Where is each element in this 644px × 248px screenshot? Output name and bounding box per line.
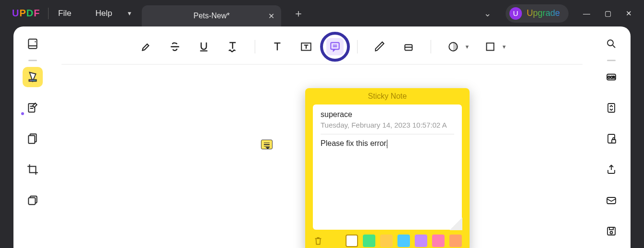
app-logo: UPDF	[0, 8, 38, 19]
sticky-note-tool[interactable]	[326, 38, 344, 55]
shape-tool[interactable]	[482, 38, 499, 55]
toolbar-divider	[607, 60, 616, 61]
pencil-tool[interactable]	[371, 38, 388, 55]
email-icon[interactable]	[601, 190, 621, 210]
form-tool[interactable]	[23, 190, 43, 210]
divider	[321, 134, 454, 134]
overflow-chevron-icon[interactable]: ⌄	[484, 8, 491, 19]
color-swatch-pink[interactable]	[432, 235, 445, 247]
textbox-tool[interactable]	[297, 38, 315, 55]
strikethrough-tool[interactable]	[166, 38, 184, 55]
color-swatch-orange[interactable]	[449, 235, 462, 247]
highlight-tool[interactable]	[137, 38, 155, 55]
text-comment-tool[interactable]	[269, 38, 286, 55]
sticky-note-popup: Sticky Note superace Tuesday, February 1…	[305, 88, 470, 248]
sticky-note-marker[interactable]	[261, 140, 272, 149]
menu-file[interactable]: File	[58, 9, 71, 18]
svg-rect-12	[612, 140, 616, 143]
stamp-tool[interactable]	[445, 38, 462, 55]
window-minimize-icon[interactable]: —	[583, 9, 590, 18]
search-icon[interactable]	[601, 34, 621, 54]
divider	[48, 8, 49, 19]
svg-rect-13	[607, 197, 616, 204]
document-tab[interactable]: Pets-New* ✕	[142, 5, 281, 26]
color-swatch-purple[interactable]	[415, 235, 427, 247]
squiggly-tool[interactable]	[224, 38, 241, 55]
user-avatar: U	[509, 7, 522, 20]
color-swatch-green[interactable]	[363, 235, 375, 247]
eraser-tool[interactable]	[400, 38, 417, 55]
stamp-dropdown-icon[interactable]: ▼	[465, 44, 470, 50]
convert-icon[interactable]	[601, 98, 621, 118]
ocr-icon[interactable]: OCR	[601, 67, 621, 87]
sticky-content[interactable]: Please fix this error.	[321, 139, 454, 148]
save-icon[interactable]	[601, 221, 621, 241]
text-caret	[387, 140, 387, 148]
sticky-author: superace	[321, 110, 454, 119]
page-curl-icon	[450, 218, 462, 230]
svg-rect-21	[486, 43, 494, 50]
sticky-title: Sticky Note	[305, 88, 470, 104]
window-maximize-icon[interactable]: ▢	[605, 9, 611, 18]
upgrade-label: Upgrade	[527, 8, 560, 18]
edit-tool[interactable]	[23, 98, 43, 118]
toolbar-separator	[255, 40, 255, 53]
tabs-dropdown-icon[interactable]: ▼	[126, 10, 132, 17]
color-swatch-blue[interactable]	[397, 235, 410, 247]
toolbar-separator	[357, 40, 358, 53]
toolbar-separator	[431, 40, 431, 53]
svg-rect-1	[29, 79, 36, 81]
svg-rect-15	[609, 227, 613, 230]
tab-title: Pets-New*	[193, 12, 230, 20]
protect-icon[interactable]	[601, 129, 621, 149]
svg-rect-4	[28, 136, 35, 144]
color-swatch-yellow[interactable]	[380, 235, 393, 247]
share-icon[interactable]	[601, 159, 621, 180]
svg-text:OCR: OCR	[607, 76, 615, 79]
new-tab-button[interactable]: ＋	[293, 6, 304, 21]
svg-point-16	[610, 232, 613, 234]
color-swatch-white[interactable]	[346, 235, 358, 247]
reader-tool[interactable]	[23, 34, 43, 54]
upgrade-button[interactable]: U Upgrade	[506, 4, 569, 23]
toolbar-divider	[28, 60, 37, 61]
sticky-date: Tuesday, February 14, 2023 10:57:02 A	[321, 121, 454, 129]
crop-tool[interactable]	[23, 159, 43, 180]
page-tool[interactable]	[23, 129, 43, 149]
svg-rect-0	[28, 39, 37, 49]
delete-note-icon[interactable]	[313, 235, 323, 246]
svg-point-7	[607, 40, 613, 46]
svg-rect-18	[331, 42, 339, 49]
tab-close-icon[interactable]: ✕	[268, 12, 274, 21]
menu-help[interactable]: Help	[95, 9, 112, 18]
shape-dropdown-icon[interactable]: ▼	[502, 44, 507, 50]
svg-rect-10	[608, 104, 615, 112]
comment-tool[interactable]	[23, 67, 43, 87]
window-close-icon[interactable]: ✕	[626, 9, 632, 18]
underline-tool[interactable]	[195, 38, 212, 55]
svg-rect-6	[28, 198, 35, 205]
